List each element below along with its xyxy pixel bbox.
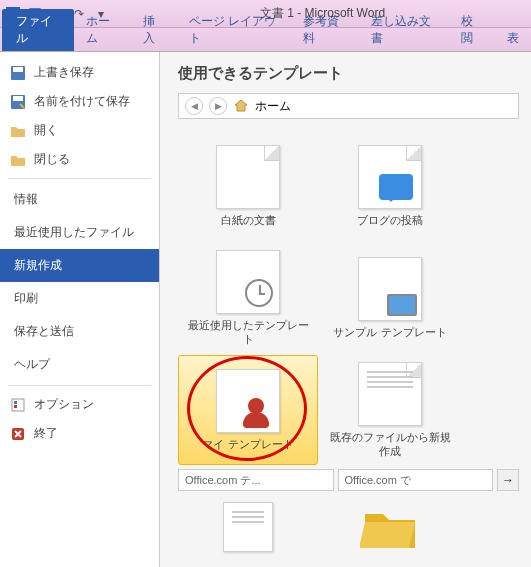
- template-office-folder[interactable]: [320, 497, 460, 557]
- template-grid: 白紙の文書 ブログの投稿 最近使用したテンプレート サンプル テンプレート マイ…: [178, 131, 519, 465]
- office-com-bar: Office.com テ... Office.com で →: [178, 469, 519, 491]
- save-icon: [10, 65, 26, 81]
- template-sample[interactable]: サンプル テンプレート: [320, 243, 460, 353]
- svg-rect-9: [14, 401, 17, 404]
- open-folder-icon: [10, 123, 26, 139]
- tab-view[interactable]: 表: [495, 26, 531, 51]
- template-label: 白紙の文書: [221, 213, 276, 227]
- sidebar-label: 新規作成: [14, 257, 62, 274]
- sidebar-open[interactable]: 開く: [0, 116, 159, 145]
- template-my-templates[interactable]: マイ テンプレート: [178, 355, 318, 465]
- office-com-search-input[interactable]: Office.com で: [338, 469, 494, 491]
- template-office-item[interactable]: [178, 497, 318, 557]
- sidebar-label: オプション: [34, 396, 94, 413]
- svg-rect-7: [13, 96, 23, 101]
- template-label: マイ テンプレート: [202, 437, 293, 451]
- sidebar-label: 印刷: [14, 290, 38, 307]
- template-label: 最近使用したテンプレート: [183, 318, 313, 347]
- svg-rect-10: [14, 405, 17, 408]
- tab-file[interactable]: ファイル: [2, 9, 74, 51]
- sidebar-label: 終了: [34, 425, 58, 442]
- template-label: ブログの投稿: [357, 213, 423, 227]
- content-panel: 使用できるテンプレート ◀ ▶ ホーム 白紙の文書 ブログの投稿 最近使用したテ…: [160, 52, 531, 567]
- sidebar-new[interactable]: 新規作成: [0, 249, 159, 282]
- sidebar-label: 閉じる: [34, 151, 70, 168]
- doc-stack-icon: [223, 502, 273, 552]
- breadcrumb-bar: ◀ ▶ ホーム: [178, 93, 519, 119]
- sidebar-save[interactable]: 上書き保存: [0, 58, 159, 87]
- blog-doc-icon: [358, 145, 422, 209]
- sidebar-label: 最近使用したファイル: [14, 224, 134, 241]
- tab-home[interactable]: ホーム: [74, 9, 131, 51]
- sidebar-close[interactable]: 閉じる: [0, 145, 159, 174]
- template-blog[interactable]: ブログの投稿: [320, 131, 460, 241]
- sidebar-label: 開く: [34, 122, 58, 139]
- svg-rect-5: [13, 67, 23, 72]
- recent-template-icon: [216, 250, 280, 314]
- template-from-existing[interactable]: 既存のファイルから新規作成: [320, 355, 460, 465]
- home-icon[interactable]: [233, 98, 249, 114]
- saveas-icon: [10, 94, 26, 110]
- breadcrumb-home[interactable]: ホーム: [255, 98, 291, 115]
- tab-references[interactable]: 参考資料: [291, 9, 359, 51]
- sidebar-label: 上書き保存: [34, 64, 94, 81]
- ribbon-tabs: ファイル ホーム 挿入 ページ レイアウト 参考資料 差し込み文書 校閲 表: [0, 28, 531, 52]
- tab-review[interactable]: 校閲: [449, 9, 495, 51]
- exit-icon: [10, 426, 26, 442]
- existing-file-icon: [358, 362, 422, 426]
- sidebar-label: 保存と送信: [14, 323, 74, 340]
- sample-template-icon: [358, 257, 422, 321]
- my-templates-icon: [216, 369, 280, 433]
- office-com-section-label: Office.com テ...: [178, 469, 334, 491]
- sidebar-exit[interactable]: 終了: [0, 419, 159, 448]
- sidebar-options[interactable]: オプション: [0, 390, 159, 419]
- tab-insert[interactable]: 挿入: [131, 9, 177, 51]
- sidebar-recent[interactable]: 最近使用したファイル: [0, 216, 159, 249]
- template-grid-2: [178, 497, 519, 557]
- sidebar: 上書き保存 名前を付けて保存 開く 閉じる 情報 最近使用したファイル 新規作成…: [0, 52, 160, 567]
- backstage-view: 上書き保存 名前を付けて保存 開く 閉じる 情報 最近使用したファイル 新規作成…: [0, 52, 531, 567]
- tab-layout[interactable]: ページ レイアウト: [177, 9, 292, 51]
- blank-doc-icon: [216, 145, 280, 209]
- options-icon: [10, 397, 26, 413]
- sidebar-help[interactable]: ヘルプ: [0, 348, 159, 381]
- sidebar-label: ヘルプ: [14, 356, 50, 373]
- nav-forward-icon[interactable]: ▶: [209, 97, 227, 115]
- sidebar-label: 情報: [14, 191, 38, 208]
- close-folder-icon: [10, 152, 26, 168]
- sidebar-saveas[interactable]: 名前を付けて保存: [0, 87, 159, 116]
- folder-icon: [360, 502, 420, 552]
- content-heading: 使用できるテンプレート: [178, 64, 519, 83]
- nav-back-icon[interactable]: ◀: [185, 97, 203, 115]
- template-label: 既存のファイルから新規作成: [325, 430, 455, 459]
- search-go-button[interactable]: →: [497, 469, 519, 491]
- template-label: サンプル テンプレート: [333, 325, 446, 339]
- svg-rect-8: [12, 399, 24, 411]
- sidebar-print[interactable]: 印刷: [0, 282, 159, 315]
- template-recent[interactable]: 最近使用したテンプレート: [178, 243, 318, 353]
- sidebar-share[interactable]: 保存と送信: [0, 315, 159, 348]
- sidebar-label: 名前を付けて保存: [34, 93, 130, 110]
- template-blank[interactable]: 白紙の文書: [178, 131, 318, 241]
- sidebar-info[interactable]: 情報: [0, 183, 159, 216]
- tab-mailings[interactable]: 差し込み文書: [359, 9, 449, 51]
